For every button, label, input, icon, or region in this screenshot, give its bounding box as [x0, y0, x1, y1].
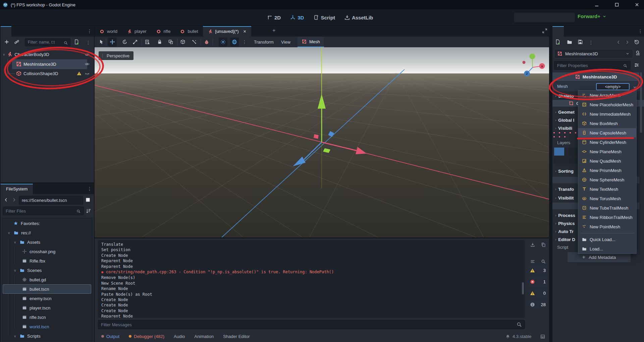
viewport-3d[interactable]: X Z ⋮ Perspective — [95, 47, 549, 237]
save-log-icon[interactable] — [530, 242, 535, 247]
new-scene-tab-button[interactable]: + — [268, 27, 279, 34]
playback-button[interactable] — [550, 15, 555, 20]
filesystem-item[interactable]: bullet.tscn — [3, 284, 91, 294]
select-tool-icon[interactable] — [99, 39, 104, 45]
filesystem-item[interactable]: world.tscn — [3, 322, 91, 331]
renderer-selector[interactable]: Forward+ — [578, 13, 607, 19]
inspector-filter-input[interactable] — [554, 61, 631, 70]
close-tab-icon[interactable]: ✕ — [243, 29, 247, 34]
bottom-tab[interactable]: Debugger (482) — [129, 334, 164, 339]
workspace-tab[interactable]: Script — [313, 15, 335, 20]
filesystem-item[interactable]: Favorites: — [3, 219, 91, 228]
filesystem-item[interactable]: crosshair.png — [3, 247, 91, 256]
projection-selector[interactable]: ⋮ Perspective — [99, 51, 133, 60]
minimize-button[interactable] — [593, 2, 600, 8]
sort-files-icon[interactable] — [86, 208, 91, 214]
scene-dock-menu-icon[interactable]: ⋮ — [87, 29, 92, 34]
playback-button[interactable] — [542, 15, 547, 20]
mesh-menu-item[interactable]: New RibbonTrailMesh — [578, 213, 636, 222]
mesh-menu-item[interactable]: New SphereMesh — [578, 175, 636, 184]
visibility-eye-icon[interactable] — [85, 61, 90, 67]
chevron-down-icon[interactable] — [632, 84, 637, 90]
scene-tab[interactable]: bullet — [175, 26, 203, 37]
mesh-menu-item[interactable] — [578, 231, 636, 235]
bottom-tab[interactable]: Animation — [194, 334, 214, 339]
filesystem-menu-icon[interactable]: ⋮ — [87, 186, 92, 191]
mesh-menu-item[interactable]: New BoxMesh — [578, 119, 636, 128]
history-forward-icon[interactable] — [625, 40, 630, 45]
group-icon[interactable] — [168, 39, 173, 45]
mesh-menu-item[interactable]: Load... — [578, 244, 636, 253]
mesh-menu-item[interactable]: New QuadMesh — [578, 156, 636, 166]
scene-tab[interactable]: world — [95, 26, 122, 37]
filesystem-path-input[interactable] — [19, 196, 83, 205]
filesystem-item[interactable]: player.tscn — [3, 303, 91, 312]
filesystem-tab[interactable]: FileSystem — [1, 184, 33, 194]
expander-icon[interactable]: ∨ — [8, 231, 11, 235]
collapse-log-icon[interactable] — [530, 259, 535, 264]
new-resource-icon[interactable] — [555, 39, 560, 45]
mesh-menu-item[interactable]: New CapsuleMesh — [578, 128, 636, 137]
rotate-tool-icon[interactable] — [122, 39, 127, 45]
bottom-tab[interactable]: Output — [101, 334, 119, 339]
workspace-tab[interactable]: 2D — [267, 15, 281, 20]
mesh-menu-item[interactable]: New ArrayMesh — [578, 91, 636, 100]
tree-node-collisionshape3d[interactable]: CollisionShape3D — [16, 69, 58, 78]
scene-tab[interactable]: rifle — [151, 26, 175, 37]
load-resource-icon[interactable] — [567, 39, 572, 45]
paint-icon[interactable] — [204, 39, 209, 45]
skeleton-icon[interactable] — [192, 39, 197, 45]
mesh-menu-item[interactable]: New TorusMesh — [578, 194, 636, 203]
dock-tab[interactable] — [552, 26, 564, 37]
scene-tab[interactable]: [unsaved](*) ✕ — [203, 26, 251, 37]
mesh-menu-item[interactable]: New PointMesh — [578, 222, 636, 231]
open-docs-icon[interactable]: DOC — [635, 50, 641, 56]
playback-button[interactable] — [534, 15, 539, 20]
layer-cell[interactable] — [565, 156, 575, 164]
debugger-badge[interactable]: 28 — [527, 300, 548, 309]
mesh-menu-button[interactable]: Mesh — [298, 37, 324, 47]
move-tool-button[interactable] — [108, 38, 117, 46]
edit-history-icon[interactable] — [634, 39, 639, 45]
environment-options-icon[interactable]: ⋮ — [242, 40, 247, 44]
visibility-eye-closed-icon[interactable] — [85, 71, 90, 76]
mesh-menu-item[interactable]: New TubeTrailMesh — [578, 203, 636, 213]
filesystem-item[interactable]: ∨ Scenes — [3, 266, 91, 275]
preview-environment-button[interactable] — [230, 38, 239, 46]
category-header-meshinstance3d[interactable]: MeshInstance3D — [552, 72, 639, 81]
filesystem-item[interactable]: rifle.tscn — [3, 312, 91, 322]
property-tools-icon[interactable] — [634, 62, 639, 68]
workspace-tab[interactable]: 3D — [290, 15, 304, 20]
mesh-menu-item[interactable]: New PlaceholderMesh — [578, 100, 636, 109]
node-selector[interactable]: MeshInstance3D — [554, 49, 633, 58]
bottom-tab[interactable]: Audio — [174, 334, 185, 339]
maximize-button[interactable] — [613, 2, 621, 8]
layer-cell[interactable] — [565, 148, 575, 156]
expander-icon[interactable]: ∨ — [14, 334, 17, 338]
visibility-eye-icon[interactable] — [85, 52, 90, 57]
attach-script-button[interactable] — [74, 39, 79, 45]
output-log[interactable]: TranslateSet positionCreate NodeReparent… — [98, 240, 525, 318]
filesystem-item[interactable]: Rifle.fbx — [3, 256, 91, 266]
scene-tab[interactable]: player — [122, 26, 151, 37]
playback-button[interactable] — [518, 15, 523, 20]
close-button[interactable] — [633, 2, 641, 8]
dock-tab[interactable] — [564, 26, 575, 37]
inspector-scrollbar[interactable] — [640, 72, 642, 133]
workspace-tab[interactable]: AssetLib — [344, 15, 373, 20]
tree-node-meshinstance3d[interactable]: MeshInstance3D — [16, 59, 56, 69]
panel-layout-icon[interactable] — [540, 334, 545, 339]
layer-cell[interactable] — [554, 148, 564, 156]
expander-icon[interactable]: ∨ — [14, 240, 17, 244]
layer-cell[interactable] — [554, 156, 564, 164]
filesystem-item[interactable]: ∨ res:// — [3, 228, 91, 237]
filesystem-filter-input[interactable] — [3, 207, 84, 215]
mesh-value-button[interactable]: <empty> — [596, 83, 630, 90]
filesystem-item[interactable]: ∨ Scripts — [3, 331, 91, 341]
inspector-menu-icon[interactable]: ⋮ — [638, 29, 643, 34]
tree-node-characterbody3d[interactable]: ∨ CharacterBody3D — [3, 50, 49, 59]
nav-back-icon[interactable] — [3, 197, 9, 203]
list-select-icon[interactable] — [145, 39, 150, 45]
nav-forward-icon[interactable] — [11, 197, 17, 203]
ruler-box-icon[interactable] — [180, 39, 185, 45]
